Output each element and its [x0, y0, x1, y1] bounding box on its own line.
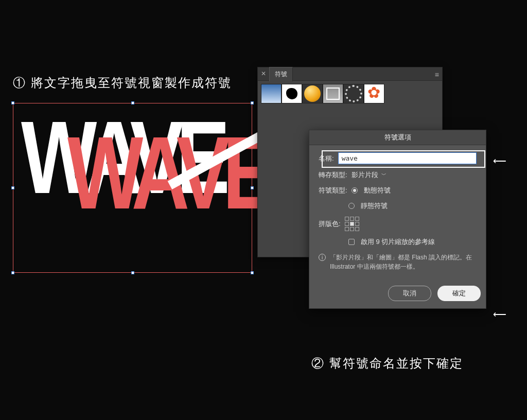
radio-dynamic-label: 動態符號 [364, 186, 391, 195]
radio-static[interactable] [348, 203, 355, 209]
dialog-title: 符號選項 [309, 130, 486, 145]
radio-dynamic[interactable] [352, 187, 358, 194]
export-type-dropdown[interactable]: 影片片段 ﹀ [352, 170, 387, 180]
panel-close-icon[interactable]: ✕ [261, 70, 266, 77]
slice-checkbox[interactable] [348, 239, 355, 245]
pointer-arrow-ok: ⟵ [493, 309, 506, 320]
handle-top-right[interactable] [251, 101, 254, 104]
symbol-swatch-ring[interactable] [343, 84, 364, 103]
handle-bot-mid[interactable] [131, 271, 134, 274]
export-type-value: 影片片段 [352, 170, 378, 180]
symbol-type-label: 符號類型: [319, 186, 347, 195]
info-text: 「影片片段」和「繪圖」都是 Flash 讀入的標記。在 Illustrator … [330, 253, 477, 271]
pointer-arrow-name: ⟵ [493, 155, 506, 167]
panel-tab-symbols[interactable]: 符號 [269, 67, 293, 81]
panel-tabbar: ✕ 符號 ≡ [258, 67, 442, 81]
panel-menu-icon[interactable]: ≡ [435, 71, 438, 79]
handle-bot-left[interactable] [11, 271, 14, 274]
slice-checkbox-label: 啟用 9 切片縮放的參考線 [361, 237, 435, 247]
artwork-selection-bbox[interactable]: WAVE WAVE [13, 103, 252, 273]
registration-label: 拼版色: [319, 219, 341, 229]
ok-button[interactable]: 確定 [437, 286, 481, 301]
symbol-options-dialog: 符號選項 名稱: 轉存類型: 影片片段 ﹀ 符號類型: 動態符號 靜態符號 拼版… [309, 130, 486, 309]
annotation-step-1: ① 將文字拖曳至符號視窗製作成符號 [13, 75, 232, 91]
artwork-text-front: WAVE [67, 127, 269, 219]
registration-grid[interactable] [345, 217, 359, 231]
symbol-swatch-sphere[interactable] [302, 84, 323, 103]
symbols-swatch-row [258, 81, 442, 107]
symbol-swatch-gradient[interactable] [261, 84, 282, 103]
radio-static-label: 靜態符號 [361, 201, 388, 211]
info-icon: i [319, 254, 326, 261]
name-input[interactable] [338, 152, 477, 164]
handle-mid-left[interactable] [11, 186, 14, 189]
symbol-swatch-ink[interactable] [282, 84, 302, 103]
symbol-swatch-frame[interactable] [323, 84, 343, 103]
handle-top-mid[interactable] [131, 101, 134, 104]
handle-mid-right[interactable] [251, 186, 254, 189]
handle-bot-right[interactable] [251, 271, 254, 274]
chevron-down-icon: ﹀ [381, 171, 387, 179]
cancel-button[interactable]: 取消 [388, 286, 431, 301]
name-label: 名稱: [319, 154, 334, 163]
annotation-step-2: ② 幫符號命名並按下確定 [311, 355, 463, 372]
export-type-label: 轉存類型: [319, 170, 347, 180]
handle-top-left[interactable] [11, 101, 14, 104]
symbol-swatch-flower[interactable] [364, 84, 384, 103]
